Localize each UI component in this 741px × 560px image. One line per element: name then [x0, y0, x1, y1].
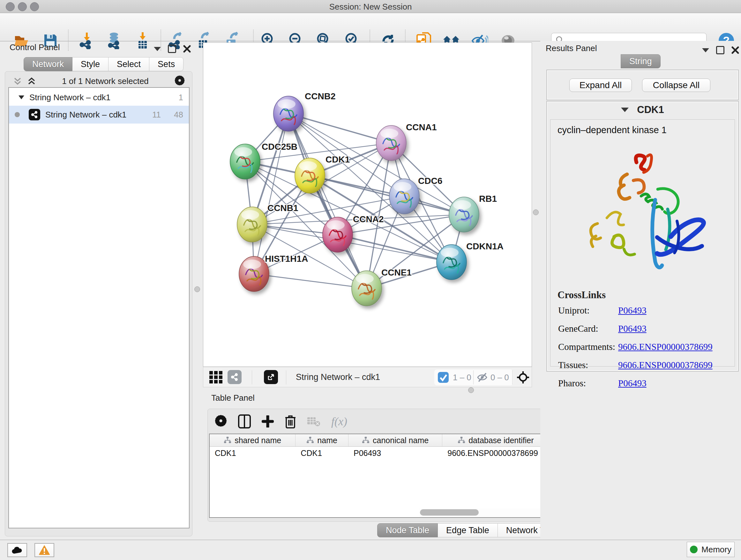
network-node-CDK1[interactable] — [295, 158, 325, 193]
float-panel-icon[interactable] — [168, 45, 176, 53]
crosslink-row: Uniprot:P06493 — [558, 305, 735, 316]
node-label-CCNE1: CCNE1 — [381, 267, 412, 277]
network-node-CCNE1[interactable] — [352, 271, 382, 306]
column-header-database-identifier[interactable]: database identifier — [442, 434, 549, 446]
vertical-splitter-handle-left[interactable] — [194, 287, 200, 292]
import-table-icon[interactable] — [134, 32, 151, 50]
tab-node-table[interactable]: Node Table — [377, 523, 438, 537]
tab-network[interactable]: Network — [23, 57, 72, 71]
memory-label: Memory — [701, 545, 731, 555]
close-panel-icon[interactable] — [731, 46, 739, 54]
vertical-splitter-handle-right[interactable] — [533, 209, 539, 215]
network-node-CDC25B[interactable] — [230, 144, 260, 179]
network-node-CDKN1A[interactable] — [436, 245, 467, 280]
scrollbar-thumb[interactable] — [420, 509, 479, 516]
tab-style[interactable]: Style — [72, 57, 109, 71]
node-label-CDC6: CDC6 — [418, 176, 442, 186]
statusbar: Memory — [0, 540, 741, 560]
crosslinks-title: CrossLinks — [557, 289, 735, 301]
table-options-gear-icon[interactable] — [214, 415, 227, 428]
birdseye-view-icon[interactable] — [209, 371, 223, 385]
network-edge-CCNB2-HIST1H1A[interactable] — [254, 114, 288, 274]
network-node-CCNA1[interactable] — [376, 125, 406, 161]
expand-all-networks-icon[interactable] — [27, 76, 37, 86]
tree-expander-icon[interactable] — [18, 95, 25, 100]
main-toolbar: ? — [0, 13, 741, 42]
crosslink-link[interactable]: P06493 — [618, 378, 647, 388]
viewbar-separator — [473, 370, 474, 384]
collapse-all-button[interactable]: Collapse All — [642, 78, 711, 92]
edge-count: 48 — [174, 110, 183, 120]
toolbar-separator — [68, 30, 69, 51]
results-actions-box: Expand All Collapse All — [546, 70, 739, 100]
table-cell[interactable]: 9606.ENSP00000378699 — [442, 447, 549, 459]
crosslink-link[interactable]: 9606.ENSP00000378699 — [618, 341, 713, 352]
node-label-CDK1: CDK1 — [326, 154, 350, 165]
network-view-toolbar: String Network – cdk1 1 – 0 0 – 0 — [203, 367, 532, 387]
node-count: 11 — [152, 110, 161, 120]
warnings-button[interactable] — [35, 543, 54, 557]
horizontal-splitter-handle[interactable] — [468, 387, 474, 393]
table-panel-title: Table Panel — [211, 393, 255, 403]
tab-select[interactable]: Select — [109, 57, 149, 71]
table-cell[interactable]: P06493 — [348, 447, 442, 459]
network-collection-row[interactable]: String Network – cdk1 1 — [9, 89, 189, 106]
column-header-shared-name[interactable]: shared name — [210, 434, 295, 446]
viewbar-separator — [252, 370, 252, 384]
string-network-icon — [29, 109, 40, 120]
crosslink-row: Tissues:9606.ENSP00000378699 — [558, 360, 735, 370]
show-columns-icon[interactable] — [238, 415, 251, 428]
control-panel-tabs: NetworkStyleSelectSets — [23, 57, 184, 71]
network-row-selected[interactable]: String Network – cdk1 11 48 — [9, 106, 189, 124]
collection-name: String Network – cdk1 — [29, 92, 111, 103]
column-header-canonical-name[interactable]: canonical name — [348, 434, 442, 446]
expand-all-button[interactable]: Expand All — [569, 78, 632, 92]
network-node-CCNB1[interactable] — [237, 207, 267, 242]
network-canvas[interactable]: CCNB2CCNA1CDC25BCDK1CDC6RB1CCNB1CCNA2CDK… — [203, 43, 532, 367]
network-node-RB1[interactable] — [449, 197, 479, 232]
crosslink-label: GeneCard: — [558, 323, 618, 334]
collapse-gene-icon[interactable] — [621, 108, 629, 112]
table-cell[interactable]: CDK1 — [210, 447, 295, 459]
network-node-CCNA2[interactable] — [323, 217, 353, 252]
hidden-elements-icon[interactable] — [476, 372, 488, 384]
float-panel-icon[interactable] — [716, 46, 724, 54]
network-node-HIST1H1A[interactable] — [239, 256, 269, 292]
crosslink-link[interactable]: 9606.ENSP00000378699 — [618, 360, 713, 370]
network-node-CCNB2[interactable] — [273, 96, 304, 131]
delete-column-icon[interactable] — [285, 415, 296, 428]
network-panel-body: 1 of 1 Network selected String Network –… — [5, 71, 192, 537]
node-label-CCNA1: CCNA1 — [406, 122, 436, 132]
view-network-name: String Network – cdk1 — [296, 372, 380, 382]
fit-content-crosshair-icon[interactable] — [517, 371, 529, 385]
table-cell[interactable]: CDK1 — [295, 447, 348, 459]
tab-edge-table[interactable]: Edge Table — [438, 523, 498, 537]
collapse-all-networks-icon[interactable] — [13, 76, 22, 86]
tab-sets[interactable]: Sets — [149, 57, 184, 71]
open-in-new-window-icon[interactable] — [264, 370, 278, 384]
close-panel-icon[interactable] — [183, 45, 191, 53]
hidden-count: 0 – 0 — [490, 373, 509, 382]
add-column-icon[interactable] — [262, 415, 274, 428]
import-network-icon[interactable] — [78, 32, 96, 50]
panel-menu-icon[interactable] — [702, 48, 709, 52]
crosslink-row: Compartments:9606.ENSP00000378699 — [558, 341, 735, 352]
string-style-toggle-icon[interactable] — [227, 370, 242, 384]
network-edge-HIST1H1A-CCNE1[interactable] — [254, 274, 367, 288]
function-builder-icon-disabled: f(x) — [331, 415, 347, 428]
gene-card-header[interactable]: CDK1 — [547, 102, 738, 118]
panel-menu-icon[interactable] — [154, 47, 161, 51]
cloud-status-button[interactable] — [7, 543, 27, 557]
memory-button[interactable]: Memory — [687, 542, 735, 557]
application-window: Session: New Session — [0, 0, 741, 560]
viewbar-separator — [286, 370, 286, 384]
column-header-name[interactable]: name — [295, 434, 348, 446]
crosslink-link[interactable]: P06493 — [618, 305, 647, 316]
network-edge-CCNB2-CCNA1[interactable] — [288, 114, 391, 143]
import-network-from-database-icon[interactable] — [105, 32, 123, 50]
network-node-CDC6[interactable] — [389, 179, 419, 214]
tab-string[interactable]: String — [621, 54, 661, 68]
crosslink-link[interactable]: P06493 — [618, 323, 647, 334]
selected-nodes-checkbox-icon[interactable] — [437, 372, 449, 384]
network-options-gear-icon[interactable] — [174, 75, 185, 87]
